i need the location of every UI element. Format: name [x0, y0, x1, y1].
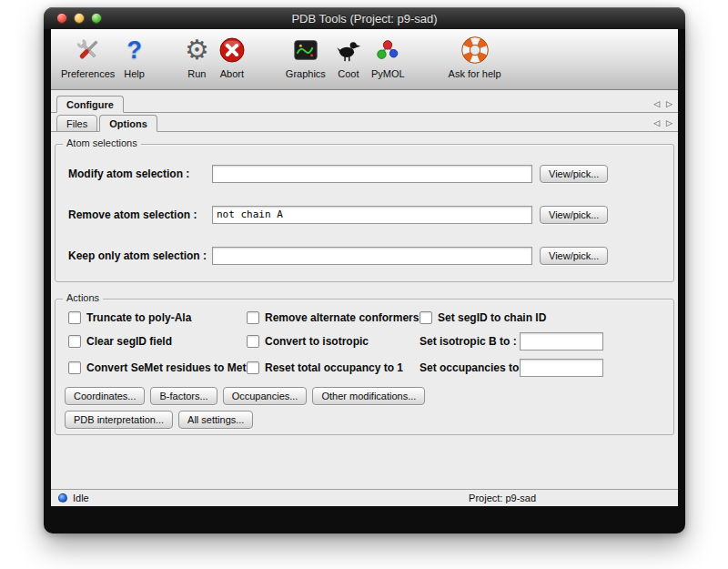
remove-alt-conformers-option: Remove alternate conformers: [247, 311, 420, 324]
preferences-button[interactable]: Preferences: [56, 33, 119, 79]
occupancies-button[interactable]: Occupancies...: [223, 387, 308, 405]
ask-for-help-label: Ask for help: [449, 68, 501, 79]
remove-atom-selection-input[interactable]: [212, 206, 532, 224]
graphics-button[interactable]: Graphics: [281, 33, 330, 79]
tab-scroll-arrows: ◁ ▷: [653, 99, 672, 112]
window-title: PDB Tools (Project: p9-sad): [44, 12, 685, 25]
tab-files[interactable]: Files: [56, 115, 97, 132]
tab-options[interactable]: Options: [99, 115, 157, 132]
preferences-label: Preferences: [61, 68, 115, 79]
pdb-interpretation-button[interactable]: PDB interpretation...: [65, 411, 173, 429]
actions-grid: Truncate to poly-Ala Remove alternate co…: [68, 311, 673, 377]
subtab-scroll-right-icon[interactable]: ▷: [666, 118, 672, 127]
tab-scroll-right-icon[interactable]: ▷: [666, 99, 672, 108]
remove-alt-conformers-checkbox[interactable]: [247, 311, 259, 324]
gear-icon: ⚙: [185, 33, 209, 67]
convert-semet-label: Convert SeMet residues to Met: [86, 361, 246, 374]
help-button[interactable]: ? Help: [119, 33, 149, 79]
set-isotropic-b-input[interactable]: [520, 332, 603, 351]
coot-bird-icon: [335, 33, 362, 67]
truncate-polyala-checkbox[interactable]: [68, 311, 81, 324]
pymol-button[interactable]: PyMOL: [367, 33, 410, 79]
coot-label: Coot: [338, 68, 359, 79]
run-label: Run: [187, 68, 206, 79]
actions-button-row-2: PDB interpretation... All settings...: [65, 411, 673, 429]
tab-configure[interactable]: Configure: [56, 96, 124, 113]
set-segid-chainid-option: Set segID to chain ID: [420, 311, 673, 324]
modify-view-pick-button[interactable]: View/pick...: [540, 165, 608, 183]
abort-label: Abort: [220, 68, 244, 79]
set-occupancies-label: Set occupancies to :: [420, 361, 514, 374]
lifebuoy-icon: [460, 33, 490, 67]
set-isotropic-b-field: Set isotropic B to :: [420, 332, 673, 351]
remove-alt-conformers-label: Remove alternate conformers: [265, 311, 419, 324]
subtab-scroll-left-icon[interactable]: ◁: [653, 118, 660, 127]
convert-semet-option: Convert SeMet residues to Met: [68, 361, 247, 374]
toolbar: Preferences ? Help ⚙ Run: [51, 29, 678, 90]
status-led-icon: [58, 493, 67, 503]
pymol-icon: [374, 33, 401, 67]
convert-isotropic-label: Convert to isotropic: [265, 335, 369, 348]
status-bar: Idle Project: p9-sad: [51, 489, 678, 506]
clear-segid-label: Clear segID field: [86, 335, 172, 348]
keep-atom-selection-row: Keep only atom selection : View/pick...: [56, 235, 673, 276]
coot-button[interactable]: Coot: [330, 33, 367, 79]
convert-semet-checkbox[interactable]: [68, 361, 81, 374]
set-segid-chainid-checkbox[interactable]: [420, 311, 432, 324]
graphics-icon: [292, 33, 319, 67]
set-occupancies-field: Set occupancies to :: [420, 359, 673, 377]
actions-group: Actions Truncate to poly-Ala Remove alte…: [55, 299, 674, 435]
atom-selections-title: Atom selections: [63, 137, 141, 148]
app-window: PDB Tools (Project: p9-sad): [44, 7, 685, 533]
status-text: Idle: [73, 493, 89, 503]
keep-view-pick-button[interactable]: View/pick...: [540, 247, 608, 265]
truncate-polyala-option: Truncate to poly-Ala: [68, 311, 247, 324]
ask-for-help-button[interactable]: Ask for help: [444, 33, 506, 79]
reset-occupancy-checkbox[interactable]: [247, 361, 259, 374]
set-occupancies-input[interactable]: [520, 359, 603, 377]
abort-icon: [218, 33, 246, 67]
traffic-lights: [56, 13, 102, 24]
keep-atom-selection-label: Keep only atom selection :: [68, 249, 212, 262]
clear-segid-checkbox[interactable]: [68, 335, 81, 348]
title-bar: PDB Tools (Project: p9-sad): [44, 7, 685, 29]
subtab-scroll-arrows: ◁ ▷: [653, 118, 672, 131]
tab-scroll-left-icon[interactable]: ◁: [653, 99, 660, 108]
help-icon: ?: [126, 33, 142, 67]
atom-selections-group: Atom selections Modify atom selection : …: [55, 144, 674, 282]
modify-atom-selection-input[interactable]: [212, 165, 532, 183]
help-label: Help: [124, 68, 145, 79]
keep-atom-selection-input[interactable]: [212, 247, 532, 265]
remove-atom-selection-label: Remove atom selection :: [68, 208, 212, 221]
convert-isotropic-checkbox[interactable]: [247, 335, 259, 348]
remove-atom-selection-row: Remove atom selection : View/pick...: [56, 194, 673, 235]
b-factors-button[interactable]: B-factors...: [150, 387, 217, 405]
convert-isotropic-option: Convert to isotropic: [247, 335, 420, 348]
subtab-bar: Files Options ◁ ▷: [51, 113, 678, 132]
project-text: Project: p9-sad: [469, 493, 536, 503]
reset-occupancy-option: Reset total occupancy to 1: [247, 361, 420, 374]
run-button[interactable]: ⚙ Run: [180, 33, 214, 79]
window-content: Preferences ? Help ⚙ Run: [51, 29, 678, 506]
graphics-label: Graphics: [286, 68, 326, 79]
coordinates-button[interactable]: Coordinates...: [65, 387, 145, 405]
abort-button[interactable]: Abort: [214, 33, 250, 79]
set-segid-chainid-label: Set segID to chain ID: [438, 311, 546, 324]
zoom-button[interactable]: [91, 13, 102, 24]
actions-button-row-1: Coordinates... B-factors... Occupancies.…: [65, 387, 673, 405]
remove-view-pick-button[interactable]: View/pick...: [540, 206, 608, 224]
close-button[interactable]: [56, 13, 67, 24]
pymol-label: PyMOL: [371, 68, 405, 79]
clear-segid-option: Clear segID field: [68, 335, 247, 348]
truncate-polyala-label: Truncate to poly-Ala: [86, 311, 191, 324]
actions-title: Actions: [63, 292, 103, 303]
other-modifications-button[interactable]: Other modifications...: [312, 387, 425, 405]
modify-atom-selection-row: Modify atom selection : View/pick...: [56, 153, 673, 194]
tools-icon: [74, 33, 103, 67]
reset-occupancy-label: Reset total occupancy to 1: [265, 361, 403, 374]
configure-tab-bar: Configure ◁ ▷: [51, 92, 678, 113]
modify-atom-selection-label: Modify atom selection :: [68, 168, 212, 180]
set-isotropic-b-label: Set isotropic B to :: [420, 335, 514, 348]
all-settings-button[interactable]: All settings...: [178, 411, 253, 429]
minimize-button[interactable]: [74, 13, 85, 24]
